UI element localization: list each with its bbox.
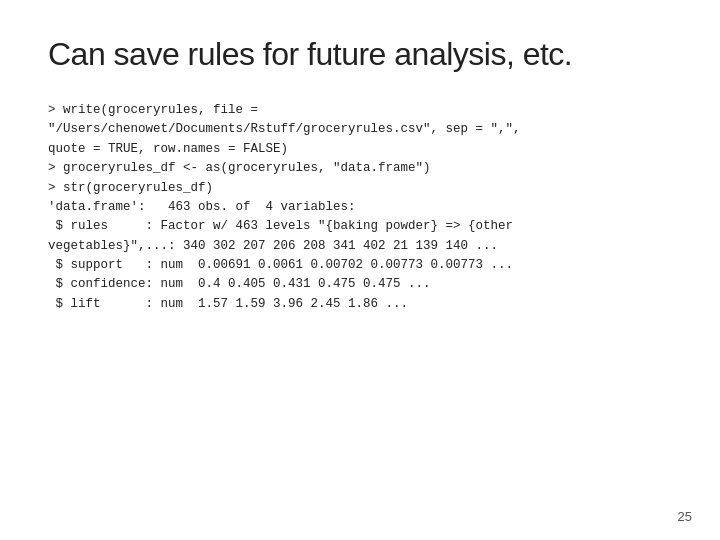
page-number: 25 — [678, 509, 692, 524]
slide: Can save rules for future analysis, etc.… — [0, 0, 720, 540]
code-block: > write(groceryrules, file = "/Users/che… — [48, 101, 672, 314]
slide-title: Can save rules for future analysis, etc. — [48, 36, 672, 73]
